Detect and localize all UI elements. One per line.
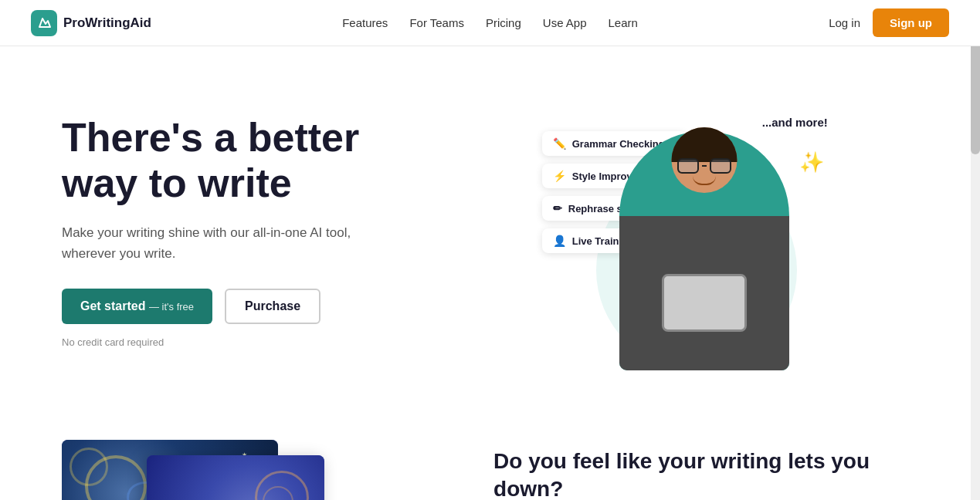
nav-learn[interactable]: Learn [609,16,638,29]
purchase-button[interactable]: Purchase [225,289,320,324]
nav-pricing[interactable]: Pricing [486,16,521,29]
nav-features[interactable]: Features [342,16,388,29]
hero-buttons: Get started — it's free Purchase [62,289,490,324]
rephrase-icon: ✏ [553,202,562,215]
training-icon: 👤 [553,235,566,247]
hero-subtitle: Make your writing shine with our all-in-… [62,222,386,264]
hero-section: There's a better way to write Make your … [0,46,980,401]
hero-visual: ✏️ Grammar Checking ⚡ Style Improvements… [490,93,919,370]
scrollbar[interactable] [971,0,980,500]
no-credit-text: No credit card required [62,336,490,348]
logo[interactable]: ProWritingAid [31,10,151,36]
second-title: Do you feel like your writing lets you d… [493,448,918,500]
signup-button[interactable]: Sign up [873,8,949,37]
second-section: ★ ★ ★ My idea in my head Do you fee [0,401,980,500]
image-front: My idea in my head [147,455,324,500]
nav-actions: Log in Sign up [829,8,949,37]
cta-suffix: — it's free [149,301,194,312]
nav-links: Features For Teams Pricing Use App Learn [342,16,638,30]
logo-text: ProWritingAid [63,15,151,31]
spark-icon: ✨ [799,150,824,174]
hero-content: There's a better way to write Make your … [62,115,490,349]
style-icon: ⚡ [553,170,566,182]
second-content: Do you feel like your writing lets you d… [493,432,918,500]
get-started-button[interactable]: Get started — it's free [62,289,212,324]
nav-use-app[interactable]: Use App [543,16,587,29]
navbar: ProWritingAid Features For Teams Pricing… [0,0,980,46]
nav-teams[interactable]: For Teams [409,16,464,29]
logo-icon [31,10,57,36]
login-button[interactable]: Log in [829,16,860,29]
hero-title: There's a better way to write [62,115,490,208]
image-stack: ★ ★ ★ My idea in my head [62,432,324,500]
second-image-container: ★ ★ ★ My idea in my head [62,432,447,500]
grammar-icon: ✏️ [553,137,566,150]
